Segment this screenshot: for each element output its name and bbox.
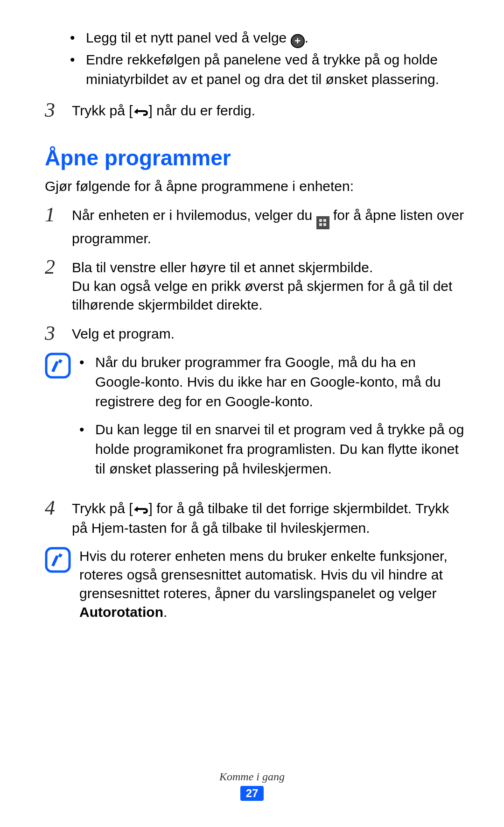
bullet-dot: • bbox=[70, 50, 86, 89]
page-number-badge: 27 bbox=[240, 786, 264, 801]
bold-term: Autorotation bbox=[79, 604, 163, 620]
bullet-text: Legg til et nytt panel ved å velge +. bbox=[86, 28, 308, 48]
plus-circle-icon: + bbox=[291, 34, 305, 48]
text-segment: ] når du er ferdig. bbox=[149, 103, 255, 118]
text-line: Du kan også velge en prikk øverst på skj… bbox=[72, 277, 467, 314]
step-4: 4 Trykk på [] for å gå tilbake til det f… bbox=[45, 499, 467, 537]
svg-rect-1 bbox=[46, 548, 70, 572]
note-bullet-shortcut: • Du kan legge til en snarvei til et pro… bbox=[79, 420, 467, 479]
bullet-add-panel: • Legg til et nytt panel ved å velge +. bbox=[70, 28, 467, 48]
section-heading: Åpne programmer bbox=[45, 145, 467, 170]
note-block-2: Hvis du roterer enheten mens du bruker e… bbox=[45, 547, 467, 622]
step-number: 3 bbox=[45, 325, 72, 343]
step-number: 3 bbox=[45, 101, 72, 121]
page-footer: Komme i gang 27 bbox=[0, 770, 504, 801]
bullet-reorder-panel: • Endre rekkefølgen på panelene ved å tr… bbox=[70, 50, 467, 89]
bullet-dot: • bbox=[79, 420, 95, 479]
step-number: 2 bbox=[45, 258, 72, 314]
step-body: Trykk på [] for å gå tilbake til det for… bbox=[72, 499, 467, 537]
note-icon bbox=[45, 353, 79, 487]
note-body: • Når du bruker programmer fra Google, m… bbox=[79, 353, 467, 487]
bullet-dot: • bbox=[70, 28, 86, 48]
text-segment: . bbox=[305, 30, 308, 45]
back-arrow-icon bbox=[133, 500, 149, 519]
bullet-text: Endre rekkefølgen på panelene ved å tryk… bbox=[86, 50, 467, 89]
note-block-1: • Når du bruker programmer fra Google, m… bbox=[45, 353, 467, 487]
back-arrow-icon bbox=[133, 102, 149, 121]
step-top-3: 3 Trykk på [] når du er ferdig. bbox=[45, 101, 467, 121]
note-body: Hvis du roterer enheten mens du bruker e… bbox=[79, 547, 467, 622]
step-body: Når enheten er i hvilemodus, velger du f… bbox=[72, 206, 467, 248]
page-content: • Legg til et nytt panel ved å velge +. … bbox=[0, 0, 504, 640]
note-icon bbox=[45, 547, 79, 622]
step-number: 1 bbox=[45, 206, 72, 248]
text-segment: Trykk på [ bbox=[72, 501, 133, 516]
footer-section-label: Komme i gang bbox=[0, 770, 504, 783]
step-body: Trykk på [] når du er ferdig. bbox=[72, 101, 255, 121]
text-segment: Trykk på [ bbox=[72, 103, 133, 118]
step-1: 1 Når enheten er i hvilemodus, velger du… bbox=[45, 206, 467, 248]
apps-grid-icon bbox=[316, 216, 329, 229]
step-2: 2 Bla til venstre eller høyre til et ann… bbox=[45, 258, 467, 314]
step-body: Bla til venstre eller høyre til et annet… bbox=[72, 258, 467, 314]
step-number: 4 bbox=[45, 499, 72, 537]
svg-rect-0 bbox=[46, 354, 70, 377]
text-segment: Hvis du roterer enheten mens du bruker e… bbox=[79, 548, 448, 601]
bullet-dot: • bbox=[79, 353, 95, 411]
text-segment: Legg til et nytt panel ved å velge bbox=[86, 30, 291, 45]
note-bullet-google: • Når du bruker programmer fra Google, m… bbox=[79, 353, 467, 411]
bullet-text: Du kan legge til en snarvei til et progr… bbox=[95, 420, 467, 479]
bullet-text: Når du bruker programmer fra Google, må … bbox=[95, 353, 467, 411]
text-segment: . bbox=[163, 604, 167, 620]
text-segment: Når enheten er i hvilemodus, velger du bbox=[72, 207, 316, 223]
step-body: Velg et program. bbox=[72, 325, 175, 343]
text-line: Bla til venstre eller høyre til et annet… bbox=[72, 258, 467, 277]
step-3: 3 Velg et program. bbox=[45, 325, 467, 343]
intro-text: Gjør følgende for å åpne programmene i e… bbox=[45, 177, 467, 196]
